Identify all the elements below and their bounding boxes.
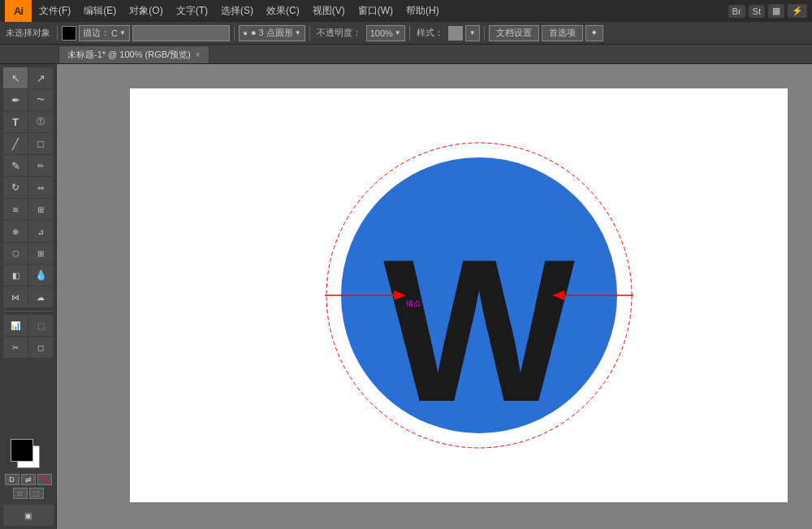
pen-tool-button[interactable]: ✒ — [3, 89, 28, 110]
preferences-button[interactable]: 首选项 — [542, 25, 583, 41]
screen-mode-button[interactable]: ▣ — [3, 505, 54, 526]
standard-mode-icon[interactable]: □ — [13, 488, 28, 499]
fill-swatch[interactable] — [62, 26, 76, 41]
menu-view[interactable]: 视图(V) — [307, 2, 351, 19]
menu-select[interactable]: 选择(S) — [215, 2, 259, 19]
mesh-tool-button[interactable]: ⊞ — [28, 243, 53, 264]
point-style-dropdown[interactable]: ● ● 3 点圆形 ▼ — [239, 25, 305, 41]
style-dropdown[interactable]: ▼ — [465, 25, 480, 41]
select-tool-button[interactable]: ↖ — [3, 67, 28, 88]
ai-logo: Ai — [5, 0, 32, 22]
tool-row-12: 📊 ⬚ — [3, 315, 53, 336]
none-icon[interactable] — [37, 474, 52, 485]
toolbar: 未选择对象 描边： C ▼ ● ● 3 点圆形 ▼ 不透明度： 100% ▼ 样… — [0, 22, 812, 45]
blend-tool-button[interactable]: ⋈ — [3, 286, 28, 308]
logo-container: W 锚点 — [325, 141, 633, 449]
separator-3 — [309, 26, 310, 41]
menu-bar: Ai 文件(F) 编辑(E) 对象(O) 文字(T) 选择(S) 效果(C) 视… — [0, 0, 812, 22]
color-area: D ⇌ □ ⬚ — [5, 434, 52, 504]
tool-row-9: ⬡ ⊞ — [3, 243, 53, 264]
line-tool-button[interactable]: ╱ — [3, 133, 28, 154]
style-label: 样式： — [414, 27, 446, 39]
tool-row-13: ✂ ◻ — [3, 337, 53, 358]
perspective-tool-button[interactable]: ⬡ — [3, 243, 28, 264]
tab-bar: 未标题-1* @ 100% (RGB/预览) × — [0, 45, 812, 64]
slice-button[interactable]: ✂ — [3, 337, 28, 358]
stroke-dropdown[interactable]: 描边： C ▼ — [79, 25, 130, 41]
reflect-tool-button[interactable]: ⇔ — [28, 177, 53, 198]
separator-2 — [234, 26, 235, 41]
puppet-warp-button[interactable]: ⊕ — [3, 221, 28, 242]
rect-tool-button[interactable]: □ — [28, 133, 53, 154]
rotate-tool-button[interactable]: ↻ — [3, 177, 28, 198]
svg-text:W: W — [383, 217, 575, 444]
direct-select-tool-button[interactable]: ↗ — [28, 67, 53, 88]
canvas-area[interactable]: W 锚点 — [57, 64, 812, 529]
menu-object[interactable]: 对象(O) — [123, 2, 168, 19]
tool-row-1: ↖ ↗ — [3, 67, 53, 88]
menu-edit[interactable]: 编辑(E) — [78, 2, 122, 19]
quick-mask-icon[interactable]: ⬚ — [29, 488, 44, 499]
logo-svg: W 锚点 — [325, 141, 633, 449]
separator-1 — [57, 26, 58, 41]
tool-row-6: ↻ ⇔ — [3, 177, 53, 198]
menu-window[interactable]: 窗口(W) — [352, 2, 399, 19]
menu-help[interactable]: 帮助(H) — [400, 2, 445, 19]
extra-icon-button[interactable]: ✦ — [585, 25, 603, 41]
tool-row-11: ⋈ ☁ — [3, 286, 53, 308]
separator-4 — [409, 26, 410, 41]
pencil-tool-button[interactable]: ✏ — [28, 155, 53, 176]
main-area: ↖ ↗ ✒ 〜 T Ⓣ ╱ □ ✎ ✏ ↻ ⇔ ≋ ⊞ ⊕ ⊿ — [0, 64, 812, 529]
sync-icon[interactable]: ⚡ — [788, 4, 807, 18]
color-mode-row: D ⇌ — [5, 474, 52, 485]
tool-row-8: ⊕ ⊿ — [3, 221, 53, 242]
menu-effect[interactable]: 效果(C) — [261, 2, 305, 19]
tool-row-2: ✒ 〜 — [3, 89, 53, 110]
separator-5 — [484, 26, 485, 41]
gradient-tool-button[interactable]: ◧ — [3, 264, 28, 286]
tool-row-3: T Ⓣ — [3, 111, 53, 132]
tool-row-4: ╱ □ — [3, 133, 53, 154]
default-colors-icon[interactable]: D — [5, 474, 19, 485]
tool-row-screen-mode: ▣ — [3, 505, 54, 526]
style-swatch[interactable] — [448, 26, 463, 41]
eraser-button[interactable]: ◻ — [28, 337, 53, 358]
tool-row-10: ◧ 💧 — [3, 264, 53, 286]
doc-settings-button[interactable]: 文档设置 — [489, 25, 539, 41]
opacity-label: 不透明度： — [314, 27, 364, 39]
bridge-icon[interactable]: Br — [728, 5, 745, 18]
paintbrush-tool-button[interactable]: ✎ — [3, 155, 28, 176]
stock-icon[interactable]: St — [749, 5, 765, 18]
menu-text[interactable]: 文字(T) — [171, 2, 214, 19]
curvature-tool-button[interactable]: 〜 — [28, 89, 53, 110]
artboard-button[interactable]: ⬚ — [28, 315, 53, 336]
status-label: 未选择对象 — [3, 27, 53, 39]
symbol-sprayer-button[interactable]: ☁ — [28, 286, 53, 308]
swatch-stack — [11, 439, 46, 471]
eyedropper-button[interactable]: 💧 — [28, 264, 53, 286]
swap-colors-icon[interactable]: ⇌ — [21, 474, 36, 485]
canvas-white: W 锚点 — [130, 88, 788, 502]
toolbox: ↖ ↗ ✒ 〜 T Ⓣ ╱ □ ✎ ✏ ↻ ⇔ ≋ ⊞ ⊕ ⊿ — [0, 64, 57, 529]
shape-builder-button[interactable]: ⊿ — [28, 221, 53, 242]
warp-tool-button[interactable]: ≋ — [3, 199, 28, 220]
view-mode-row: □ ⬚ — [13, 488, 44, 499]
grid-icon[interactable]: ▦ — [768, 4, 784, 18]
stroke-width-input[interactable] — [132, 25, 230, 41]
svg-text:锚点: 锚点 — [405, 299, 421, 308]
opacity-dropdown[interactable]: 100% ▼ — [366, 25, 405, 41]
tab-label: 未标题-1* @ 100% (RGB/预览) — [67, 49, 191, 61]
tool-row-5: ✎ ✏ — [3, 155, 53, 176]
tab-close-button[interactable]: × — [196, 50, 201, 59]
menu-file[interactable]: 文件(F) — [33, 2, 76, 19]
foreground-swatch[interactable] — [11, 439, 33, 462]
column-graph-button[interactable]: 📊 — [3, 315, 28, 336]
free-transform-button[interactable]: ⊞ — [28, 199, 53, 220]
tool-separator-1 — [4, 311, 53, 312]
touch-type-button[interactable]: Ⓣ — [28, 111, 53, 132]
tool-row-7: ≋ ⊞ — [3, 199, 53, 220]
type-tool-button[interactable]: T — [3, 111, 28, 132]
document-tab[interactable]: 未标题-1* @ 100% (RGB/预览) × — [58, 45, 209, 63]
